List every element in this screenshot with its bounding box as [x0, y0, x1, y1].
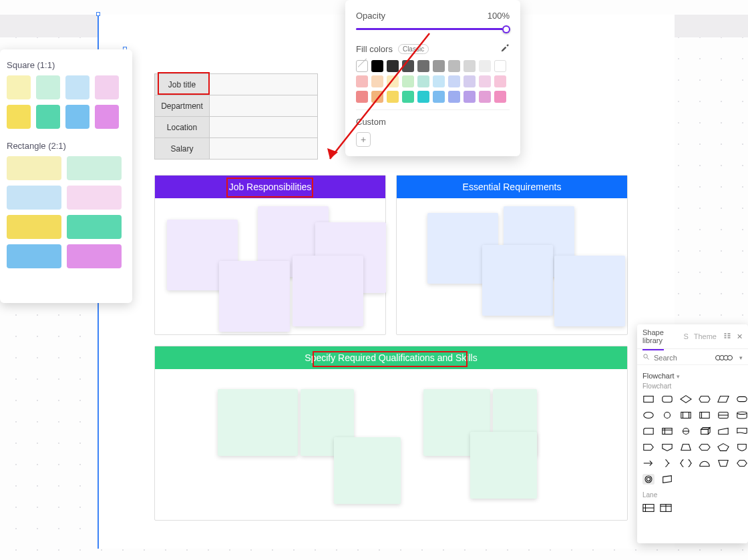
shape-library-panel[interactable]: Shape library S Theme ✕ ▾ Flowchart ▾ Fl…: [637, 324, 748, 543]
fill-color-panel[interactable]: Opacity 100% Fill colors Classic Custom …: [345, 0, 520, 156]
panel-tab-s[interactable]: S: [683, 332, 688, 340]
shape-search-input[interactable]: [654, 354, 691, 362]
shape-parallelogram[interactable]: [717, 394, 729, 404]
fill-swatch[interactable]: [417, 91, 429, 103]
fill-swatch[interactable]: [463, 60, 476, 72]
shape-rect[interactable]: [642, 394, 654, 404]
sticky-note[interactable]: [334, 437, 401, 504]
shape-diamond[interactable]: [680, 394, 692, 404]
shape-shield[interactable]: [736, 442, 748, 453]
shape-lane-h[interactable]: [642, 503, 654, 513]
color-swatch[interactable]: [95, 75, 119, 99]
shape-skew[interactable]: [661, 474, 673, 485]
color-swatch[interactable]: [36, 105, 60, 129]
color-swatch[interactable]: [67, 215, 122, 239]
color-swatch[interactable]: [67, 186, 122, 210]
color-swatch[interactable]: [67, 156, 122, 180]
sticky-note[interactable]: [293, 256, 363, 326]
shape-hex[interactable]: [699, 442, 711, 453]
color-swatch[interactable]: [65, 105, 89, 129]
panel-tab-theme[interactable]: Theme: [694, 332, 717, 340]
card-qualifications[interactable]: Specify Required Qualifications and Skil…: [154, 346, 628, 521]
shape-manual-input[interactable]: [717, 426, 729, 437]
shape-display[interactable]: [699, 394, 711, 404]
fill-swatch[interactable]: [433, 60, 445, 72]
fill-swatch[interactable]: [479, 60, 491, 72]
selection-handle[interactable]: [96, 12, 100, 16]
shape-stadium[interactable]: [736, 394, 748, 404]
card-requirements[interactable]: Essential Requirements: [396, 175, 628, 335]
shape-circle[interactable]: [661, 410, 673, 421]
shape-lens[interactable]: [680, 426, 692, 437]
shape-hex2[interactable]: [736, 458, 748, 469]
add-custom-color-button[interactable]: +: [356, 132, 371, 147]
shape-predef[interactable]: [680, 410, 692, 421]
eyedropper-icon[interactable]: [500, 43, 510, 55]
fill-swatch[interactable]: [402, 91, 414, 103]
fill-swatch[interactable]: [371, 75, 383, 87]
fill-swatch[interactable]: [356, 60, 368, 72]
fill-swatch[interactable]: [448, 91, 460, 103]
fill-swatch[interactable]: [402, 75, 414, 87]
fill-swatch[interactable]: [479, 91, 491, 103]
color-swatch[interactable]: [65, 75, 89, 99]
table-cell[interactable]: [210, 74, 318, 95]
shape-rounded-rect[interactable]: [661, 394, 673, 404]
color-swatch[interactable]: [36, 75, 60, 99]
fill-swatch[interactable]: [387, 91, 399, 103]
shape-trapezoid[interactable]: [680, 442, 692, 453]
shape-ellipse[interactable]: [642, 410, 654, 421]
color-swatch[interactable]: [67, 244, 122, 268]
fill-swatch[interactable]: [433, 91, 445, 103]
fill-swatch[interactable]: [494, 91, 506, 103]
shape-lane-v[interactable]: [660, 503, 672, 513]
sticky-note[interactable]: [482, 245, 553, 316]
sticky-note[interactable]: [219, 261, 290, 332]
color-swatch[interactable]: [7, 105, 31, 129]
slider-thumb[interactable]: [502, 25, 510, 33]
shape-subproc[interactable]: [699, 410, 711, 421]
shape-arrow-r[interactable]: [642, 458, 654, 469]
selected-canvas[interactable]: Job title Department Location Salary Job…: [98, 15, 675, 549]
opacity-slider[interactable]: [356, 25, 510, 34]
shape-offpage[interactable]: [661, 442, 673, 453]
fill-swatch[interactable]: [448, 75, 460, 87]
sticky-note[interactable]: [554, 256, 625, 326]
fill-swatch[interactable]: [402, 60, 414, 72]
fill-swatch[interactable]: [417, 75, 429, 87]
shape-db[interactable]: [736, 410, 748, 421]
shape-brace-open[interactable]: [680, 458, 692, 469]
shape-altproc[interactable]: [717, 410, 729, 421]
sticky-note[interactable]: [470, 432, 537, 499]
section-flowchart[interactable]: Flowchart: [642, 372, 675, 380]
fill-swatch[interactable]: [356, 91, 368, 103]
settings-icon[interactable]: [723, 332, 731, 341]
close-icon[interactable]: ✕: [737, 332, 743, 341]
shape-tag[interactable]: [642, 442, 654, 453]
fill-swatch[interactable]: [356, 75, 368, 87]
color-swatch[interactable]: [7, 156, 61, 180]
table-cell[interactable]: [210, 138, 318, 160]
shape-pentagon[interactable]: [717, 442, 729, 453]
shape-doublecircle[interactable]: [642, 474, 654, 485]
shape-internal[interactable]: [661, 426, 673, 437]
sticky-note[interactable]: [218, 389, 298, 456]
chevron-down-icon[interactable]: ▾: [739, 354, 743, 361]
shape-trap2[interactable]: [717, 458, 729, 469]
table-cell[interactable]: [210, 95, 318, 117]
shape-brace-close[interactable]: [661, 458, 673, 469]
fill-swatch[interactable]: [479, 75, 491, 87]
shape-cube[interactable]: [699, 426, 711, 437]
color-swatch[interactable]: [95, 105, 119, 129]
shape-preview-icon[interactable]: [717, 355, 733, 360]
fill-swatch[interactable]: [463, 75, 476, 87]
card-responsibilities[interactable]: Job Responsibilities: [154, 175, 386, 335]
shape-semi[interactable]: [699, 458, 711, 469]
shape-document[interactable]: [736, 426, 748, 437]
sticky-color-panel[interactable]: Square (1:1) Rectangle (2:1): [0, 49, 132, 303]
fill-swatch[interactable]: [387, 75, 399, 87]
preset-pill[interactable]: Classic: [398, 44, 429, 54]
fill-swatch[interactable]: [463, 91, 476, 103]
fill-swatch[interactable]: [433, 75, 445, 87]
fill-swatch[interactable]: [494, 60, 506, 72]
